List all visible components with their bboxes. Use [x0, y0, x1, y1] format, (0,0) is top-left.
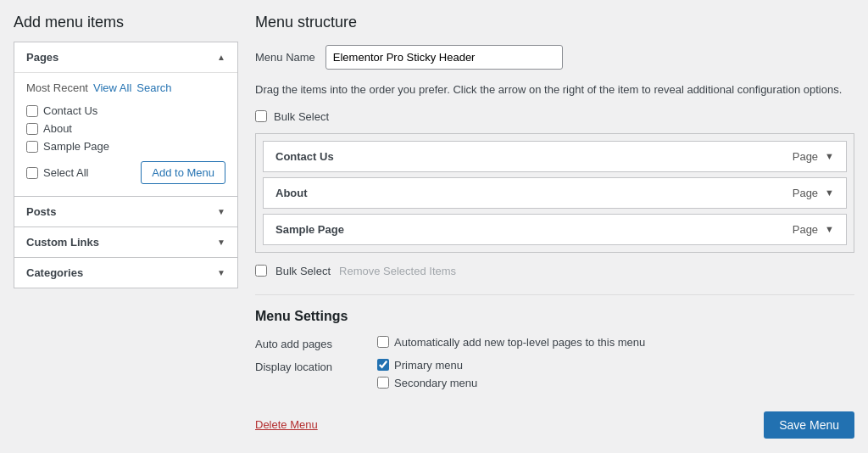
add-menu-items-title: Add menu items — [14, 14, 238, 31]
menu-item-about-chevron-icon[interactable]: ▼ — [825, 187, 834, 198]
auto-add-label: Auto add pages — [255, 336, 365, 350]
menu-name-row: Menu Name — [255, 45, 854, 70]
tab-search[interactable]: Search — [136, 81, 171, 94]
primary-menu-checkbox[interactable] — [377, 359, 389, 371]
auto-add-pages-row: Auto add pages Automatically add new top… — [255, 336, 854, 350]
menu-settings-title: Menu Settings — [255, 309, 854, 324]
menu-item-sample-page-type: Page — [793, 223, 818, 236]
list-item: About — [26, 122, 225, 135]
secondary-menu-label: Secondary menu — [394, 377, 477, 389]
custom-links-section: Custom Links ▼ — [14, 227, 237, 258]
display-location-row: Display location Primary menu Secondary … — [255, 359, 854, 389]
bulk-select-top-label: Bulk Select — [274, 110, 329, 123]
footer-bar: Delete Menu Save Menu — [255, 403, 854, 439]
categories-chevron-down-icon: ▼ — [217, 268, 225, 277]
pages-label: Pages — [26, 51, 58, 64]
bulk-select-top-checkbox[interactable] — [255, 110, 267, 122]
posts-accordion-header[interactable]: Posts ▼ — [14, 197, 237, 226]
save-menu-button[interactable]: Save Menu — [764, 411, 854, 439]
categories-section: Categories ▼ — [14, 258, 237, 288]
select-all-label[interactable]: Select All — [26, 166, 88, 179]
posts-section: Posts ▼ — [14, 197, 237, 227]
select-all-checkbox[interactable] — [26, 167, 38, 179]
menu-item-contact-us-chevron-icon[interactable]: ▼ — [825, 151, 834, 161]
menu-item-contact-us-right: Page ▼ — [793, 150, 834, 163]
menu-items-list: Contact Us Page ▼ About Page ▼ Sample Pa… — [255, 133, 854, 253]
menu-item[interactable]: About Page ▼ — [263, 177, 847, 209]
bulk-select-top-bar: Bulk Select — [255, 110, 854, 123]
bulk-select-bottom-label: Bulk Select — [275, 265, 331, 277]
sample-page-label: Sample Page — [43, 140, 109, 153]
sample-page-checkbox[interactable] — [26, 141, 38, 153]
auto-add-checkbox[interactable] — [377, 336, 389, 348]
display-location-label: Display location — [255, 359, 365, 373]
menu-name-label: Menu Name — [255, 51, 315, 64]
posts-chevron-down-icon: ▼ — [217, 207, 225, 216]
add-to-menu-button[interactable]: Add to Menu — [141, 161, 225, 184]
auto-add-option-text: Automatically add new top-level pages to… — [394, 336, 645, 349]
menu-item-contact-us-type: Page — [793, 150, 818, 163]
display-location-options: Primary menu Secondary menu — [377, 359, 477, 389]
menu-item[interactable]: Sample Page Page ▼ — [263, 214, 847, 245]
about-label: About — [43, 122, 72, 135]
menu-item-about-type: Page — [793, 187, 818, 199]
menu-item-contact-us-label: Contact Us — [275, 150, 334, 163]
tab-most-recent[interactable]: Most Recent — [26, 81, 88, 94]
primary-menu-option[interactable]: Primary menu — [377, 359, 477, 372]
menu-item-sample-page-label: Sample Page — [275, 223, 344, 236]
accordion: Pages ▲ Most Recent View All Search Cont… — [14, 42, 238, 288]
custom-links-label: Custom Links — [26, 236, 99, 249]
remove-selected-link[interactable]: Remove Selected Items — [339, 265, 456, 277]
menu-name-input[interactable] — [326, 45, 563, 70]
list-item: Sample Page — [26, 140, 225, 153]
primary-menu-label: Primary menu — [394, 359, 463, 372]
menu-item-sample-page-chevron-icon[interactable]: ▼ — [825, 224, 834, 234]
drag-hint: Drag the items into the order you prefer… — [255, 81, 854, 98]
about-checkbox[interactable] — [26, 123, 38, 135]
posts-label: Posts — [26, 205, 56, 218]
delete-menu-link[interactable]: Delete Menu — [255, 418, 318, 431]
menu-item[interactable]: Contact Us Page ▼ — [263, 141, 847, 172]
menu-structure-title: Menu structure — [255, 14, 854, 31]
pages-checkbox-list: Contact Us About Sample Page — [26, 104, 225, 153]
contact-us-checkbox[interactable] — [26, 105, 38, 117]
auto-add-option-label[interactable]: Automatically add new top-level pages to… — [377, 336, 645, 349]
bulk-select-bottom-checkbox[interactable] — [255, 265, 267, 277]
auto-add-options: Automatically add new top-level pages to… — [377, 336, 645, 349]
contact-us-label: Contact Us — [43, 104, 97, 117]
categories-accordion-header[interactable]: Categories ▼ — [14, 258, 237, 288]
menu-item-sample-page-right: Page ▼ — [793, 223, 834, 236]
tab-view-all[interactable]: View All — [93, 81, 131, 94]
menu-settings-section: Menu Settings Auto add pages Automatical… — [255, 294, 854, 389]
menu-item-about-label: About — [275, 187, 308, 199]
pages-section: Pages ▲ Most Recent View All Search Cont… — [14, 42, 237, 197]
secondary-menu-option[interactable]: Secondary menu — [377, 377, 477, 389]
pages-accordion-content: Most Recent View All Search Contact Us A… — [14, 72, 237, 196]
list-item: Contact Us — [26, 104, 225, 117]
custom-links-chevron-down-icon: ▼ — [217, 238, 225, 247]
pages-bottom-bar: Select All Add to Menu — [26, 161, 225, 184]
menu-structure-panel: Menu structure Menu Name Drag the items … — [255, 14, 854, 439]
custom-links-accordion-header[interactable]: Custom Links ▼ — [14, 227, 237, 257]
bulk-select-bottom-bar: Bulk Select Remove Selected Items — [255, 265, 854, 277]
secondary-menu-checkbox[interactable] — [377, 377, 389, 389]
pages-chevron-up-icon: ▲ — [217, 53, 225, 62]
categories-label: Categories — [26, 266, 83, 279]
add-menu-items-panel: Add menu items Pages ▲ Most Recent View … — [14, 14, 238, 439]
menu-item-about-right: Page ▼ — [793, 187, 834, 199]
pages-accordion-header[interactable]: Pages ▲ — [14, 42, 237, 72]
pages-tab-bar: Most Recent View All Search — [26, 81, 225, 94]
